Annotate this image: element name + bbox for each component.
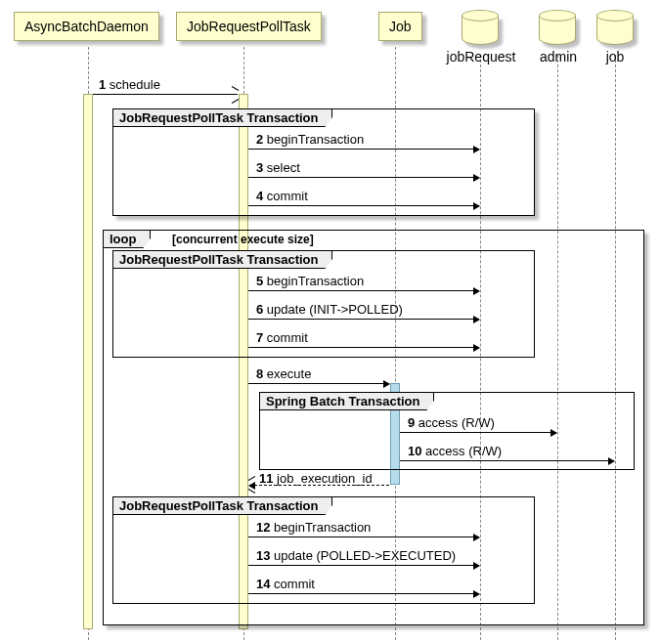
participant-label: Job [389,19,412,34]
msg-10-line [400,460,614,461]
msg-14-line [248,593,479,594]
frame-title: JobRequestPollTask Transaction [113,251,332,269]
db-label-admin: admin [536,49,581,64]
msg-8-label: 8 execute [256,366,311,381]
msg-2-line [248,149,479,150]
msg-3-line [248,177,479,178]
msg-7-label: 7 commit [256,330,308,345]
activation-async [83,94,93,629]
msg-8-line [248,383,389,384]
msg-12-line [248,537,479,537]
msg-11-label: 11 job_execution_id [259,471,373,486]
db-admin [539,10,576,49]
frame-title: Spring Batch Transaction [260,393,434,410]
msg-14-label: 14 commit [256,577,315,591]
msg-1-label: 1 schedule [99,77,160,92]
msg-6-line [248,319,479,320]
msg-13-label: 13 update (POLLED->EXECUTED) [256,548,456,563]
msg-4-line [248,205,479,206]
frame-title: JobRequestPollTask Transaction [113,109,332,127]
participant-job: Job [378,12,422,41]
db-jobrequest [462,10,499,49]
frame-spring-batch: Spring Batch Transaction [259,392,635,470]
msg-9-label: 9 access (R/W) [408,415,495,430]
participant-asyncbatchdaemon: AsyncBatchDaemon [14,12,159,41]
msg-12-label: 12 beginTransaction [256,520,371,535]
msg-11-line [249,485,389,486]
frame-condition: [concurrent execute size] [172,233,314,246]
msg-4-label: 4 commit [256,189,308,203]
msg-10-label: 10 access (R/W) [408,444,502,458]
frame-title: JobRequestPollTask Transaction [113,497,332,515]
msg-11-arrowhead [248,480,256,490]
msg-2-label: 2 beginTransaction [256,132,364,147]
msg-7-line [248,347,479,348]
participant-jobrequestpolltask: JobRequestPollTask [176,12,322,41]
msg-5-label: 5 beginTransaction [256,274,364,288]
frame-title: loop [104,231,151,248]
db-label-job: job [600,49,630,64]
msg-9-line [400,432,556,433]
db-job [596,10,634,49]
frame-transaction-1: JobRequestPollTask Transaction [112,108,535,216]
msg-13-line [248,565,479,566]
msg-6-label: 6 update (INIT->POLLED) [256,302,403,317]
db-label-jobrequest: jobRequest [446,49,516,64]
msg-3-label: 3 select [256,160,300,175]
msg-5-line [248,290,479,291]
participant-label: JobRequestPollTask [187,19,311,34]
participant-label: AsyncBatchDaemon [24,19,149,34]
msg-1-line [93,94,238,95]
sequence-diagram: AsyncBatchDaemon JobRequestPollTask Job … [4,4,656,640]
